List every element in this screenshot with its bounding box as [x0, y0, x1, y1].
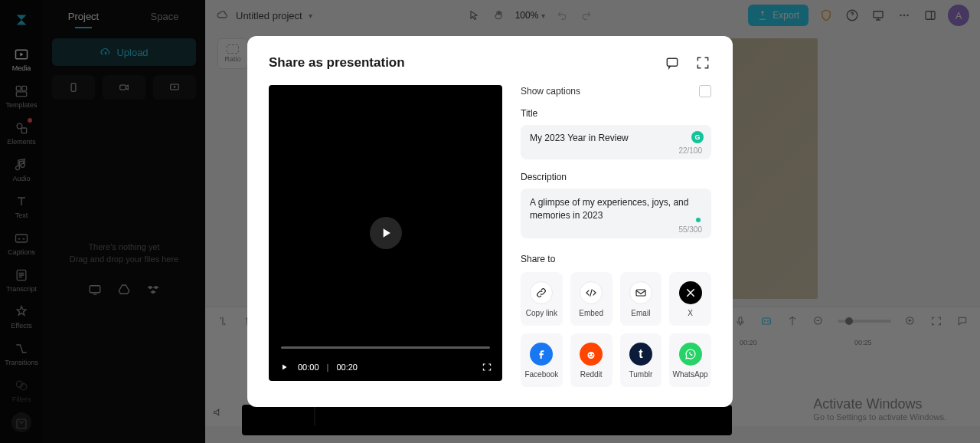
email-icon — [629, 281, 652, 304]
duration: 00:20 — [336, 363, 358, 372]
facebook-icon — [530, 343, 553, 366]
share-label: Copy link — [526, 309, 557, 317]
share-email-button[interactable]: Email — [620, 272, 662, 326]
share-grid: Copy link Embed Email X — [521, 272, 711, 387]
title-char-count: 22/100 — [530, 146, 702, 155]
title-input[interactable]: My 2023 Year in Review G 22/100 — [521, 125, 711, 159]
share-facebook-button[interactable]: Facebook — [521, 333, 563, 387]
svg-point-32 — [592, 354, 593, 356]
share-whatsapp-button[interactable]: WhatsApp — [669, 333, 711, 387]
svg-point-30 — [588, 352, 595, 359]
title-label: Title — [521, 108, 711, 119]
share-modal: Share as presentation 00:00 | 00:20 — [247, 36, 733, 408]
reddit-icon — [580, 343, 603, 366]
share-tumblr-button[interactable]: t Tumblr — [620, 333, 662, 387]
show-captions-label: Show captions — [521, 86, 580, 97]
feedback-button[interactable] — [664, 54, 681, 71]
share-embed-button[interactable]: Embed — [570, 272, 612, 326]
svg-rect-29 — [636, 290, 645, 296]
description-char-count: 55/300 — [530, 225, 702, 234]
play-button[interactable] — [370, 217, 402, 249]
description-label: Description — [521, 172, 711, 182]
share-label: Email — [631, 309, 650, 317]
description-input[interactable]: A glimpse of my experiences, joys, and m… — [521, 189, 711, 239]
share-label: Tumblr — [629, 370, 653, 379]
svg-point-31 — [589, 354, 590, 356]
video-preview[interactable]: 00:00 | 00:20 — [269, 85, 502, 381]
share-x-button[interactable]: X — [669, 272, 711, 326]
current-time: 00:00 — [298, 363, 319, 372]
tumblr-icon: t — [629, 343, 652, 366]
x-icon — [679, 281, 702, 304]
share-label: X — [688, 309, 693, 317]
progress-bar[interactable] — [281, 346, 490, 349]
embed-icon — [580, 281, 603, 304]
preview-controls: 00:00 | 00:20 — [278, 361, 493, 373]
share-label: Facebook — [524, 370, 558, 379]
share-to-label: Share to — [521, 254, 711, 264]
small-play-button[interactable] — [278, 361, 290, 373]
grammarly-dot-icon — [696, 218, 701, 222]
share-reddit-button[interactable]: Reddit — [570, 333, 612, 387]
expand-button[interactable] — [694, 54, 711, 71]
share-label: Embed — [579, 309, 603, 317]
grammarly-badge-icon[interactable]: G — [691, 131, 704, 143]
description-value: A glimpse of my experiences, joys, and m… — [530, 196, 702, 223]
share-label: WhatsApp — [673, 370, 708, 379]
link-icon — [530, 281, 553, 304]
fullscreen-button[interactable] — [481, 361, 493, 373]
title-value: My 2023 Year in Review — [530, 133, 702, 143]
modal-overlay[interactable]: Share as presentation 00:00 | 00:20 — [0, 0, 980, 443]
play-icon — [378, 225, 394, 241]
whatsapp-icon — [679, 343, 702, 366]
modal-title: Share as presentation — [269, 55, 405, 71]
share-copylink-button[interactable]: Copy link — [521, 272, 563, 326]
share-label: Reddit — [580, 370, 603, 379]
time-separator: | — [327, 363, 329, 372]
show-captions-checkbox[interactable] — [699, 85, 711, 97]
